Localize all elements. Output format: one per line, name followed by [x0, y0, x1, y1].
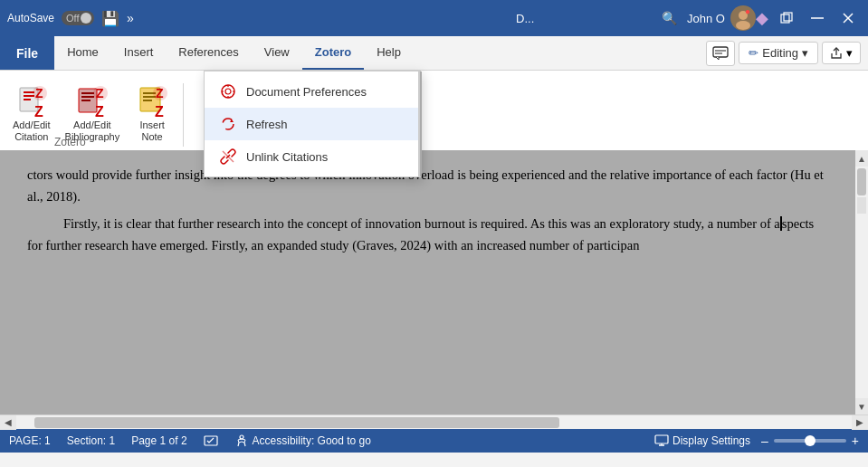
- svg-rect-8: [713, 47, 728, 57]
- svg-point-42: [240, 435, 243, 439]
- bibliography-icon: Z Z: [74, 83, 110, 119]
- zoom-track[interactable]: [774, 439, 846, 443]
- svg-rect-20: [81, 96, 94, 98]
- document-content[interactable]: ctors would provide further insight into…: [0, 150, 855, 415]
- avatar[interactable]: [730, 5, 756, 31]
- hscroll-right-arrow[interactable]: ▶: [852, 415, 868, 430]
- zotero-dropdown-menu: Document Preferences Refresh Unlink Ci: [204, 71, 421, 177]
- unlink-citations-label: Unlink Citations: [246, 150, 328, 164]
- tab-view[interactable]: View: [252, 36, 302, 70]
- page-status: PAGE: 1: [9, 434, 51, 447]
- title-bar-right: 🔍 John O ● ◆: [656, 5, 861, 31]
- hscroll-left-arrow[interactable]: ◀: [0, 415, 16, 430]
- svg-point-32: [222, 85, 234, 98]
- doc-title: D...: [399, 12, 651, 25]
- zoom-minus-button[interactable]: –: [761, 434, 768, 448]
- paragraph-2: Firstly, it is clear that further resear…: [27, 214, 828, 257]
- tab-home[interactable]: Home: [54, 36, 111, 70]
- svg-rect-19: [81, 92, 94, 94]
- close-button[interactable]: [835, 5, 861, 31]
- svg-text:Z: Z: [155, 104, 164, 119]
- horizontal-scrollbar[interactable]: ◀ ▶: [0, 415, 868, 429]
- title-bar-left: AutoSave Off 💾 » D...: [7, 10, 651, 27]
- page-label: PAGE: 1: [9, 434, 51, 447]
- section-status: Section: 1: [67, 434, 115, 447]
- unlink-citations-menu-item[interactable]: Unlink Citations: [205, 140, 420, 173]
- premium-icon: ◆: [756, 8, 768, 28]
- search-button[interactable]: 🔍: [656, 5, 682, 31]
- comment-button[interactable]: [706, 41, 735, 66]
- editing-button[interactable]: ✏ Editing ▾: [739, 42, 818, 64]
- section-label: Section: 1: [67, 434, 115, 447]
- document-preferences-label: Document Preferences: [246, 85, 367, 99]
- svg-point-2: [736, 21, 750, 30]
- scroll-thumb[interactable]: [857, 168, 866, 195]
- tab-help[interactable]: Help: [364, 36, 414, 70]
- zoom-thumb[interactable]: [805, 435, 816, 446]
- user-name: John O: [687, 12, 725, 25]
- tab-file[interactable]: File: [0, 36, 54, 70]
- accessibility-status[interactable]: Accessibility: Good to go: [234, 434, 371, 448]
- zoom-plus-button[interactable]: +: [852, 434, 859, 448]
- svg-text:Z: Z: [34, 104, 43, 119]
- more-commands-button[interactable]: »: [127, 11, 134, 25]
- tab-bar: File Home Insert References View Zotero …: [0, 36, 868, 71]
- share-button[interactable]: ▾: [822, 42, 861, 64]
- svg-text:Z: Z: [35, 86, 43, 100]
- dropdown-right-border: [419, 71, 422, 176]
- autosave-label: AutoSave: [7, 12, 54, 24]
- display-settings-status[interactable]: Display Settings: [654, 434, 750, 448]
- display-settings-label: Display Settings: [672, 434, 750, 447]
- display-settings-icon: [654, 434, 669, 448]
- accessibility-icon: [234, 434, 249, 448]
- refresh-icon: [219, 115, 237, 133]
- refresh-menu-item[interactable]: Refresh: [205, 108, 420, 140]
- doc-scroll-area: ctors would provide further insight into…: [0, 150, 868, 415]
- tab-bar-right: ✏ Editing ▾ ▾: [706, 36, 868, 70]
- citation-icon: Z Z: [14, 83, 50, 119]
- chevron-down-icon: ▾: [802, 46, 808, 60]
- track-changes-icon: [204, 434, 218, 448]
- tab-references[interactable]: References: [166, 36, 251, 70]
- title-bar: AutoSave Off 💾 » D... 🔍 John O ● ◆: [0, 0, 868, 36]
- hscroll-thumb[interactable]: [34, 417, 559, 428]
- pencil-icon: ✏: [749, 46, 758, 60]
- paragraph-1: ctors would provide further insight into…: [27, 165, 828, 208]
- restore-button[interactable]: [774, 5, 799, 31]
- doc-main: ctors would provide further insight into…: [0, 150, 868, 429]
- svg-text:Z: Z: [95, 104, 104, 119]
- svg-text:Z: Z: [96, 86, 104, 100]
- chevron-down-icon-share: ▾: [846, 46, 853, 60]
- svg-rect-3: [781, 14, 789, 23]
- status-bar: PAGE: 1 Section: 1 Page 1 of 2 Accessibi…: [0, 429, 868, 453]
- note-icon: Z Z: [134, 83, 170, 119]
- vertical-scrollbar[interactable]: ▲ ▼: [855, 150, 868, 415]
- scroll-thumb-small[interactable]: [857, 197, 866, 214]
- tab-insert[interactable]: Insert: [111, 36, 167, 70]
- refresh-label: Refresh: [246, 118, 288, 131]
- minimize-button[interactable]: [805, 5, 830, 31]
- tab-zotero[interactable]: Zotero: [302, 36, 364, 70]
- document-area: ctors would provide further insight into…: [0, 150, 868, 429]
- autosave-toggle[interactable]: Off: [62, 11, 94, 25]
- scroll-down-arrow[interactable]: ▼: [855, 398, 868, 415]
- ribbon-content: Z Z Add/EditCitation Z Z Add/EditBibliog…: [0, 71, 868, 150]
- svg-rect-43: [655, 435, 668, 443]
- page-count-label: Page 1 of 2: [131, 434, 186, 447]
- save-icon[interactable]: 💾: [101, 10, 119, 27]
- unlink-citations-icon: [219, 148, 237, 166]
- notification-badge: ●: [745, 6, 750, 16]
- svg-rect-13: [24, 95, 34, 97]
- svg-rect-21: [81, 100, 91, 101]
- svg-rect-28: [143, 100, 152, 101]
- hscroll-track[interactable]: [16, 415, 852, 429]
- accessibility-label: Accessibility: Good to go: [253, 434, 371, 447]
- toggle-state-label: Off: [66, 13, 79, 24]
- scroll-track[interactable]: [855, 167, 868, 398]
- svg-text:Z: Z: [156, 86, 164, 100]
- svg-rect-4: [784, 13, 792, 21]
- document-preferences-menu-item[interactable]: Document Preferences: [205, 75, 420, 108]
- ribbon-group-label-area: Zotero: [0, 134, 868, 148]
- zoom-control[interactable]: – +: [761, 434, 859, 448]
- scroll-up-arrow[interactable]: ▲: [855, 150, 868, 167]
